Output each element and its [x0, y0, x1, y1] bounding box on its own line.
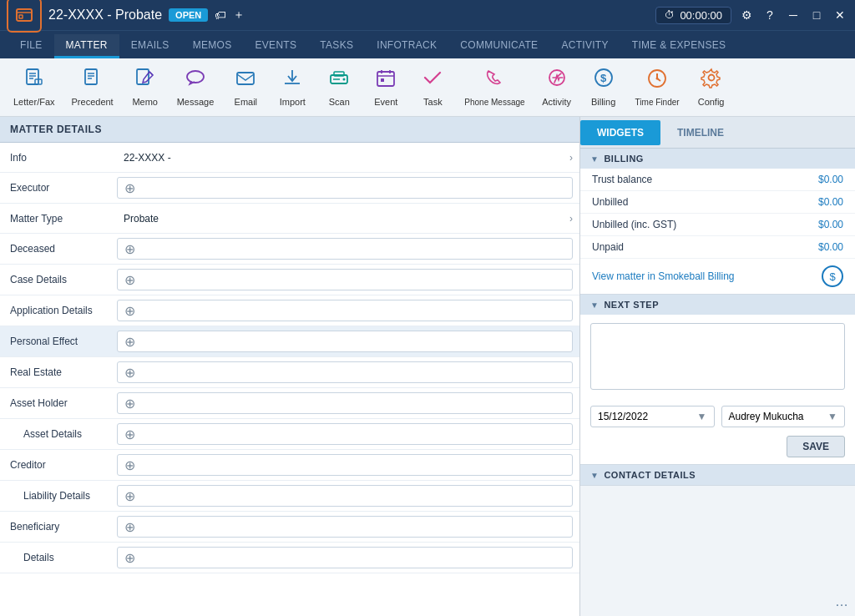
beneficiary-add-icon: ⊕ [124, 519, 135, 535]
settings-button[interactable]: ⚙ [738, 7, 755, 23]
billing-link-row: View matter in Smokeball Billing $ [580, 259, 855, 294]
deceased-add-icon: ⊕ [124, 241, 135, 257]
field-row-executor: Executor ⊕ [0, 173, 579, 204]
message-label: Message [177, 97, 215, 108]
nav-tabs: FILE MATTER EMAILS MEMOS EVENTS TASKS IN… [0, 30, 855, 58]
toolbar-activity[interactable]: Activity [535, 63, 579, 111]
add-icon[interactable]: ＋ [233, 8, 245, 23]
right-content: ▼ BILLING Trust balance $0.00 Unbilled $… [580, 149, 855, 616]
more-options-icon[interactable]: … [835, 594, 848, 609]
tab-infotrack[interactable]: INFOTRACK [365, 34, 448, 58]
contact-details-header[interactable]: ▼ CONTACT DETAILS [580, 465, 855, 485]
executor-add-icon: ⊕ [124, 180, 135, 196]
field-label-real-estate: Real Estate [0, 363, 117, 381]
toolbar-import[interactable]: Import [271, 63, 314, 111]
unbilled-value[interactable]: $0.00 [818, 196, 843, 208]
liability-details-add-button[interactable]: ⊕ [117, 485, 573, 507]
application-details-add-icon: ⊕ [124, 303, 135, 319]
toolbar-email[interactable]: Email [224, 63, 267, 111]
help-button[interactable]: ? [761, 7, 778, 23]
view-billing-link[interactable]: View matter in Smokeball Billing [592, 270, 735, 282]
personal-effect-add-icon: ⊕ [124, 334, 135, 350]
beneficiary-add-button[interactable]: ⊕ [117, 516, 573, 538]
asset-holder-add-button[interactable]: ⊕ [117, 392, 573, 414]
case-details-add-button[interactable]: ⊕ [117, 269, 573, 290]
svg-point-33 [656, 77, 659, 79]
billing-label: Billing [591, 97, 615, 108]
user-dropdown-icon: ▼ [827, 411, 837, 422]
toolbar-letter-fax[interactable]: Letter/Fax [7, 63, 62, 111]
application-details-add-button[interactable]: ⊕ [117, 300, 573, 321]
toolbar-phone-message[interactable]: Phone Message [458, 64, 531, 111]
field-label-creditor: Creditor [0, 456, 117, 474]
tab-time-expenses[interactable]: TIME & EXPENSES [620, 34, 738, 58]
precedent-icon [82, 67, 104, 93]
next-step-date-value: 15/12/2022 [598, 411, 648, 422]
toolbar-message[interactable]: Message [170, 63, 221, 111]
tab-communicate[interactable]: COMMUNICATE [448, 34, 549, 58]
billing-row-unpaid: Unpaid $0.00 [580, 236, 855, 259]
tab-activity[interactable]: ACTIVITY [549, 34, 620, 58]
billing-section-header[interactable]: ▼ BILLING [580, 149, 855, 169]
tab-timeline[interactable]: TIMELINE [660, 120, 741, 145]
minimize-button[interactable]: ─ [785, 7, 802, 23]
field-row-asset-holder: Asset Holder ⊕ [0, 388, 579, 419]
tab-emails[interactable]: EMAILS [119, 34, 181, 58]
tab-file[interactable]: FILE [8, 34, 54, 58]
details-add-icon: ⊕ [124, 550, 135, 566]
event-label: Event [374, 97, 397, 108]
next-step-section-header[interactable]: ▼ NEXT STEP [580, 295, 855, 315]
svg-rect-8 [85, 69, 97, 84]
tab-tasks[interactable]: TASKS [308, 34, 365, 58]
real-estate-add-button[interactable]: ⊕ [117, 361, 573, 383]
toolbar-task[interactable]: Task [411, 63, 454, 111]
tab-widgets[interactable]: WIDGETS [580, 120, 660, 145]
trust-balance-value[interactable]: $0.00 [818, 174, 843, 185]
next-step-user-picker[interactable]: Audrey Mukucha ▼ [721, 406, 846, 427]
executor-add-button[interactable]: ⊕ [117, 177, 573, 199]
deceased-add-button[interactable]: ⊕ [117, 238, 573, 260]
personal-effect-add-button[interactable]: ⊕ [117, 331, 573, 352]
toolbar-event[interactable]: Event [364, 63, 407, 111]
unbilled-gst-value[interactable]: $0.00 [818, 219, 843, 230]
field-row-case-details: Case Details ⊕ [0, 265, 579, 295]
creditor-add-button[interactable]: ⊕ [117, 454, 573, 476]
toolbar-time-finder[interactable]: Time Finder [629, 64, 686, 111]
email-icon [235, 67, 256, 93]
svg-rect-22 [377, 72, 394, 86]
field-row-deceased: Deceased ⊕ [0, 234, 579, 265]
details-add-button[interactable]: ⊕ [117, 547, 573, 568]
next-step-chevron-icon: ▼ [590, 300, 599, 310]
billing-icon: $ [593, 67, 615, 93]
field-value-matter-type: Probate [117, 210, 569, 228]
field-label-application-details: Application Details [0, 301, 117, 320]
field-label-liability-details: Liability Details [0, 487, 117, 505]
field-label-personal-effect: Personal Effect [0, 332, 117, 351]
toolbar-scan[interactable]: Scan [317, 63, 361, 111]
next-step-textarea[interactable] [590, 323, 845, 390]
timer-value: 00:00:00 [680, 9, 722, 22]
unpaid-value[interactable]: $0.00 [818, 241, 843, 253]
tab-events[interactable]: EVENTS [243, 34, 308, 58]
tag-icon[interactable]: 🏷 [215, 8, 226, 22]
close-button[interactable]: ✕ [832, 7, 848, 23]
scan-label: Scan [329, 97, 350, 108]
asset-holder-add-icon: ⊕ [124, 396, 135, 412]
svg-rect-2 [19, 15, 23, 18]
toolbar-config[interactable]: Config [690, 63, 733, 111]
field-label-deceased: Deceased [0, 240, 117, 258]
toolbar-memo[interactable]: Memo [124, 63, 167, 111]
tab-matter[interactable]: MATTER [54, 34, 119, 58]
right-panel: WIDGETS TIMELINE ▼ BILLING Trust balance… [580, 117, 855, 616]
asset-details-add-button[interactable]: ⊕ [117, 423, 573, 445]
title-bar: 22-XXXX - Probate OPEN 🏷 ＋ ⏱ 00:00:00 ⚙ … [0, 0, 855, 30]
tab-memos[interactable]: MEMOS [181, 34, 244, 58]
asset-details-add-icon: ⊕ [124, 427, 135, 442]
save-button[interactable]: SAVE [787, 436, 845, 457]
next-step-date-picker[interactable]: 15/12/2022 ▼ [590, 406, 715, 427]
activity-icon [546, 67, 568, 93]
contact-chevron-icon: ▼ [590, 471, 599, 480]
toolbar-billing[interactable]: $ Billing [582, 63, 625, 111]
maximize-button[interactable]: □ [808, 7, 825, 23]
toolbar-precedent[interactable]: Precedent [65, 63, 120, 111]
